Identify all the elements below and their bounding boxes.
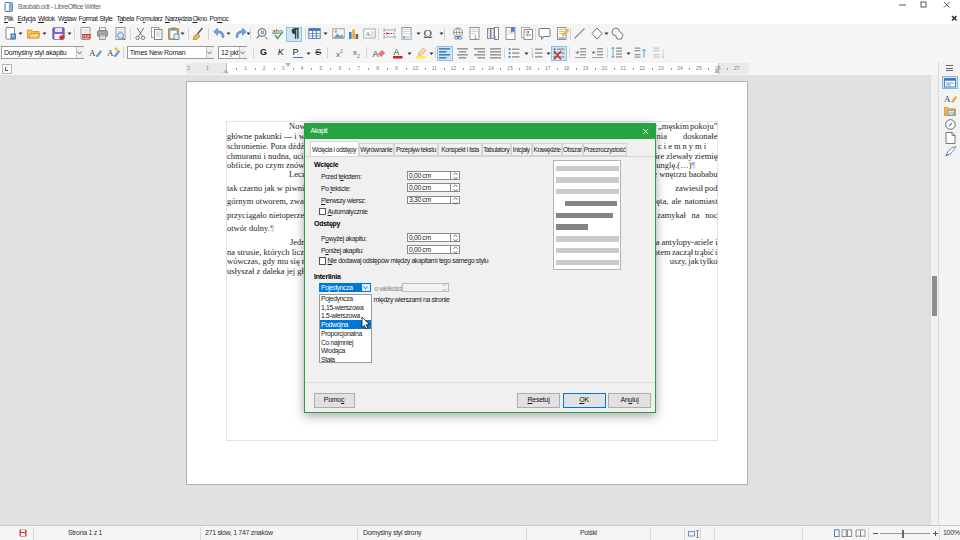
svg-text:i: i [495,35,496,40]
svg-text:1: 1 [474,34,477,40]
svg-text:A: A [365,30,370,38]
svg-text:Ω: Ω [424,28,433,40]
svg-text:A: A [372,49,378,59]
svg-text:A: A [107,48,114,58]
svg-text:PDF: PDF [82,35,90,39]
svg-text:A: A [944,94,951,104]
svg-text:A: A [89,48,96,58]
svg-text:A: A [393,47,399,57]
svg-text:3: 3 [531,55,533,59]
